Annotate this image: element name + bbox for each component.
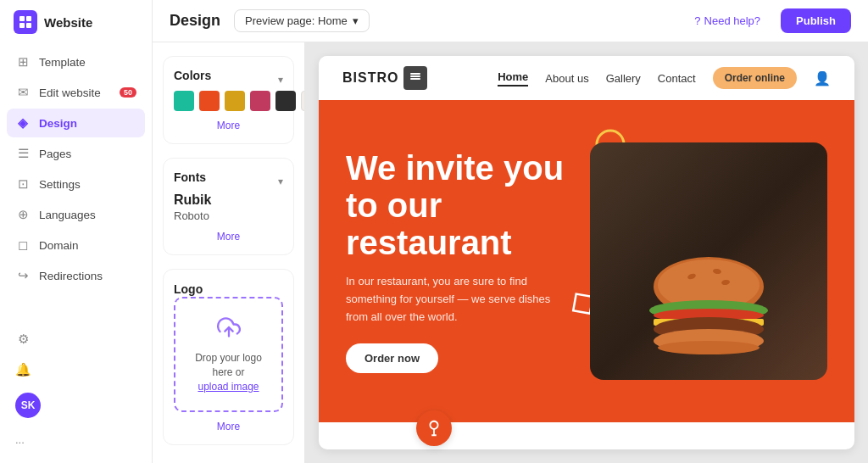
- domain-icon: ◻: [15, 237, 31, 253]
- swatch-dark[interactable]: [275, 91, 296, 111]
- logo-title: Logo: [174, 282, 203, 296]
- sidebar-item-languages[interactable]: ⊕ Languages: [7, 200, 145, 229]
- svg-rect-6: [410, 75, 420, 77]
- fonts-more-label: More: [217, 231, 240, 243]
- burger-svg: [624, 244, 793, 371]
- swatch-orange[interactable]: [199, 91, 220, 111]
- upload-icon: [217, 315, 241, 344]
- sidebar-item-domain[interactable]: ◻ Domain: [7, 231, 145, 259]
- colors-more-link[interactable]: More: [174, 120, 283, 131]
- preview-chevron: ▾: [353, 14, 359, 27]
- advanced-link[interactable]: Advanced →: [163, 459, 294, 463]
- sidebar-item-bell[interactable]: 🔔: [7, 355, 145, 384]
- preview-label: Preview page: Home: [245, 14, 348, 27]
- hero-image: [590, 142, 827, 380]
- languages-icon: ⊕: [15, 207, 31, 222]
- bistro-floating-icon: [416, 410, 452, 446]
- svg-point-21: [658, 341, 760, 354]
- design-icon: ◈: [15, 115, 31, 131]
- sidebar-more[interactable]: ...: [7, 427, 145, 453]
- hero-text: We invite you to our restaurant In our r…: [346, 149, 565, 372]
- colors-section: Colors ▾ More: [163, 56, 294, 144]
- font-primary: Rubik: [174, 192, 283, 208]
- edit-icon: ✉: [15, 85, 31, 100]
- publish-button[interactable]: Publish: [781, 8, 851, 33]
- font-display: Rubik Roboto: [174, 192, 283, 222]
- logo-more-link[interactable]: More: [174, 421, 283, 432]
- hero-body: In our restaurant, you are sure to find …: [346, 273, 565, 326]
- gear-icon: ⚙: [15, 332, 31, 347]
- sidebar-logo[interactable]: Website: [0, 10, 152, 47]
- pages-icon: ☰: [15, 146, 31, 161]
- brand-name: BISTRO: [342, 70, 398, 86]
- sidebar-nav: ⊞ Template ✉ Edit website 50 ◈ Design ☰ …: [0, 47, 152, 290]
- logo-more-label: More: [217, 421, 240, 432]
- avatar: SK: [15, 393, 41, 418]
- logo-section: Logo Drop your logo here or upload image: [163, 269, 294, 445]
- hero-heading: We invite you to our restaurant: [346, 149, 565, 261]
- sidebar-title: Website: [44, 15, 92, 30]
- sidebar-item-gear[interactable]: ⚙: [7, 325, 145, 354]
- website-preview: BISTRO Home About us Gallery Contact Ord…: [319, 56, 854, 449]
- svg-rect-1: [26, 16, 31, 21]
- edit-badge: 50: [120, 87, 136, 98]
- colors-more-label: More: [217, 120, 240, 131]
- swatch-teal[interactable]: [174, 91, 194, 111]
- design-panel: Colors ▾ More Fonts: [153, 42, 305, 463]
- sidebar-item-template[interactable]: ⊞ Template: [7, 47, 145, 76]
- brand-icon: [403, 66, 427, 90]
- bell-icon: 🔔: [15, 362, 31, 377]
- nav-gallery[interactable]: Gallery: [606, 72, 641, 85]
- swatch-pink[interactable]: [250, 91, 270, 111]
- logo-drop-text: Drop your logo here or upload image: [184, 351, 273, 393]
- swatch-gold[interactable]: [225, 91, 245, 111]
- sidebar-item-avatar[interactable]: SK: [7, 386, 145, 425]
- preview-area: BISTRO Home About us Gallery Contact Ord…: [305, 42, 868, 463]
- nav-contact[interactable]: Contact: [658, 72, 696, 85]
- topbar: Design Preview page: Home ▾ ? Need help?…: [153, 0, 868, 42]
- svg-rect-7: [410, 78, 420, 80]
- website-icon: [14, 10, 37, 34]
- nav-links: Home About us Gallery Contact Order onli…: [498, 67, 831, 89]
- need-help-link[interactable]: ? Need help?: [694, 14, 760, 27]
- nav-home[interactable]: Home: [498, 70, 528, 86]
- sidebar: Website ⊞ Template ✉ Edit website 50 ◈ D…: [0, 0, 153, 463]
- svg-rect-5: [410, 73, 420, 75]
- fonts-chevron[interactable]: ▾: [278, 176, 283, 187]
- fonts-more-link[interactable]: More: [174, 231, 283, 243]
- settings-icon: ⊡: [15, 176, 31, 192]
- svg-rect-3: [26, 23, 31, 28]
- upload-link[interactable]: upload image: [198, 381, 259, 393]
- redirections-icon: ↪: [15, 268, 31, 283]
- order-online-btn[interactable]: Order online: [713, 67, 797, 89]
- nav-about[interactable]: About us: [545, 72, 588, 85]
- sidebar-item-settings[interactable]: ⊡ Settings: [7, 170, 145, 198]
- svg-rect-0: [19, 16, 25, 21]
- sidebar-item-design[interactable]: ◈ Design: [7, 109, 145, 137]
- site-navbar: BISTRO Home About us Gallery Contact Ord…: [319, 56, 854, 100]
- hero-cta-btn[interactable]: Order now: [346, 343, 438, 373]
- page-title: Design: [170, 12, 220, 30]
- sidebar-item-pages[interactable]: ☰ Pages: [7, 139, 145, 168]
- svg-rect-2: [19, 23, 25, 28]
- fonts-title: Fonts: [174, 170, 206, 184]
- sidebar-bottom: ⚙ 🔔 SK ...: [0, 325, 152, 453]
- preview-select[interactable]: Preview page: Home ▾: [234, 9, 370, 32]
- color-swatches: [174, 91, 283, 111]
- sidebar-item-edit[interactable]: ✉ Edit website 50: [7, 78, 145, 107]
- fonts-section: Fonts ▾ Rubik Roboto More: [163, 158, 294, 255]
- content-area: Colors ▾ More Fonts: [153, 42, 868, 463]
- user-icon[interactable]: 👤: [814, 70, 831, 86]
- template-icon: ⊞: [15, 54, 31, 70]
- font-secondary: Roboto: [174, 209, 283, 222]
- hero-section: We invite you to our restaurant In our r…: [319, 100, 854, 422]
- colors-title: Colors: [174, 69, 211, 82]
- sidebar-item-redirections[interactable]: ↪ Redirections: [7, 261, 145, 290]
- brand: BISTRO: [342, 66, 427, 90]
- main-area: Design Preview page: Home ▾ ? Need help?…: [153, 0, 868, 463]
- colors-chevron[interactable]: ▾: [278, 74, 283, 86]
- help-icon: ?: [694, 14, 700, 27]
- logo-dropzone[interactable]: Drop your logo here or upload image: [174, 297, 283, 412]
